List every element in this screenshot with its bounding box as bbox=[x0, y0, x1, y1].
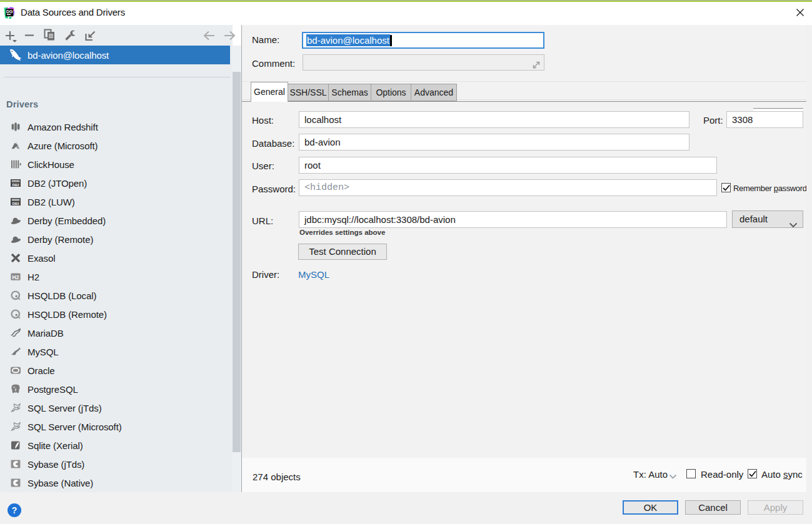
svg-text:DB2: DB2 bbox=[12, 202, 19, 205]
svg-text:H2: H2 bbox=[13, 274, 19, 280]
svg-text:DB2: DB2 bbox=[12, 183, 19, 187]
svg-text:DG: DG bbox=[6, 9, 13, 14]
